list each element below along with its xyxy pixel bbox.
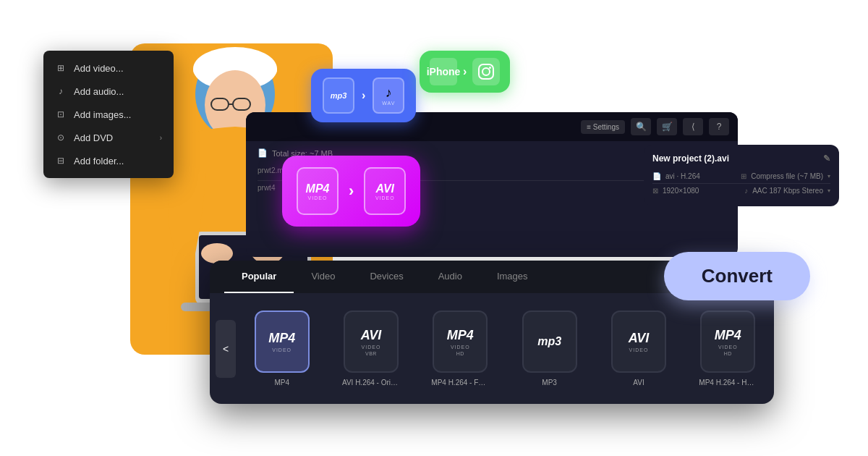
tab-video-label: Video: [311, 271, 335, 282]
mp4-hd-sub2: HD: [456, 351, 464, 356]
svg-point-14: [489, 67, 491, 69]
mp3-format-icon: mp3: [323, 77, 354, 114]
cart-button[interactable]: 🛒: [657, 118, 677, 135]
avi-target-label: AVI: [376, 182, 394, 195]
tab-images-label: Images: [497, 271, 528, 282]
mp4-hd-sub: VIDEO: [451, 345, 470, 350]
video-icon: ⊞: [55, 62, 67, 74]
avi-vbr-card-icon: AVI VIDEO VBR: [344, 311, 399, 373]
avi-target-box: AVI VIDEO: [364, 167, 406, 215]
dvd-icon: ⊙: [55, 132, 67, 143]
tab-audio-label: Audio: [438, 271, 462, 282]
edit-icon[interactable]: ✎: [823, 153, 830, 164]
mp4-hd7-label: MP4: [715, 328, 741, 343]
mp4-card-sub: VIDEO: [272, 347, 292, 352]
submenu-arrow-icon: ›: [160, 134, 162, 142]
to-arrow-icon: ›: [463, 65, 467, 78]
mp4-to-avi-badge: MP4 VIDEO › AVI VIDEO: [282, 156, 420, 227]
format-card-mp4-hd[interactable]: MP4 VIDEO HD MP4 H.264 - Full ...: [420, 305, 501, 392]
resolution-icon: ⊠: [652, 187, 658, 195]
audio-dropdown-icon[interactable]: ▾: [827, 187, 830, 194]
format-grid-container: < MP4 VIDEO MP4 AVI VIDEO VBR AVI H.264 …: [210, 293, 774, 404]
dropdown-item-add-dvd[interactable]: ⊙ Add DVD ›: [43, 126, 174, 149]
output-filename-row: New project (2).avi ✎: [652, 153, 830, 164]
mp3-card-name: MP3: [542, 379, 557, 387]
mp4-hd-card-icon: MP4 VIDEO HD: [433, 311, 488, 373]
wav-label: WAV: [382, 101, 395, 106]
format-card-mp4[interactable]: MP4 VIDEO MP4: [242, 305, 322, 392]
dropdown-item-add-images[interactable]: ⊡ Add images...: [43, 103, 174, 126]
convert-arrow-big-icon: ›: [349, 182, 354, 200]
search-button[interactable]: 🔍: [631, 118, 651, 135]
mp4-card-name: MP4: [274, 379, 289, 387]
mp4-source-box: MP4 VIDEO: [297, 167, 339, 215]
convert-button[interactable]: Convert: [664, 252, 810, 300]
add-audio-label: Add audio...: [74, 86, 124, 97]
mp4-hd7-sub2: HD: [724, 351, 732, 356]
mp4-hd-name: MP4 H.264 - Full ...: [431, 379, 489, 387]
mp4-card-icon: MP4 VIDEO: [255, 311, 310, 373]
svg-rect-12: [479, 64, 493, 79]
output-settings-panel: New project (2).avi ✎ 📄 avi · H.264 ⊞ Co…: [644, 145, 839, 206]
iphone-text: iPhone: [427, 66, 461, 77]
add-images-label: Add images...: [74, 109, 132, 120]
help-button[interactable]: ?: [709, 118, 729, 135]
format-card-mp3[interactable]: mp3 MP3: [509, 305, 590, 392]
format-card-avi-vbr[interactable]: AVI VIDEO VBR AVI H.264 - Origi...: [331, 305, 411, 392]
add-dvd-label: Add DVD: [74, 132, 113, 143]
tab-audio[interactable]: Audio: [421, 261, 480, 293]
audio-icon-small: ♪: [744, 187, 748, 195]
add-media-dropdown: ⊞ Add video... ♪ Add audio... ⊡ Add imag…: [43, 51, 174, 178]
avi-card-name: AVI: [633, 379, 644, 387]
avi-vbr-label: AVI: [361, 328, 382, 343]
mp4-card-label: MP4: [268, 331, 295, 346]
convert-button-label: Convert: [702, 265, 773, 287]
format-card-mp4-hd7[interactable]: MP4 VIDEO HD MP4 H.264 - HD 7...: [688, 305, 768, 392]
file-icon-small: 📄: [652, 172, 661, 180]
mp3-to-wav-badge: mp3 › ♪ WAV: [311, 69, 416, 122]
file-icon: 📄: [258, 148, 268, 158]
wav-format-icon: ♪ WAV: [373, 77, 404, 114]
codec-dropdown-icon[interactable]: ▾: [827, 173, 830, 180]
mp3-card-icon: mp3: [522, 311, 577, 373]
iphone-icon: iPhone: [430, 58, 457, 85]
codec-row: 📄 avi · H.264 ⊞ Compress file (~7 MB) ▾: [652, 169, 830, 184]
tab-devices-label: Devices: [370, 271, 403, 282]
tab-devices[interactable]: Devices: [352, 261, 420, 293]
compress-icon: ⊞: [741, 172, 746, 180]
format-nav-prev-button[interactable]: <: [216, 320, 236, 378]
avi-card-sub: VIDEO: [629, 347, 649, 352]
avi-card-label: AVI: [629, 331, 650, 346]
convert-arrow-icon: ›: [362, 89, 365, 102]
format-grid: MP4 VIDEO MP4 AVI VIDEO VBR AVI H.264 - …: [242, 305, 768, 392]
avi-vbr-sub2: VBR: [365, 351, 377, 356]
mp3-label: mp3: [331, 91, 347, 100]
svg-point-13: [482, 68, 490, 75]
mp3-card-label: mp3: [537, 335, 561, 348]
mp4-hd7-name: MP4 H.264 - HD 7...: [699, 379, 757, 387]
tab-popular[interactable]: Popular: [224, 261, 294, 293]
audio-value: AAC 187 Kbps Stereo: [752, 187, 823, 195]
tab-video[interactable]: Video: [294, 261, 352, 293]
output-filename: New project (2).avi: [652, 153, 729, 164]
dropdown-item-add-video[interactable]: ⊞ Add video...: [43, 56, 174, 80]
dropdown-item-add-audio[interactable]: ♪ Add audio...: [43, 80, 174, 103]
format-card-avi[interactable]: AVI VIDEO AVI: [598, 305, 678, 392]
images-icon: ⊡: [55, 109, 67, 120]
instagram-icon: [472, 58, 500, 85]
avi-vbr-sub: VIDEO: [362, 345, 381, 350]
add-video-label: Add video...: [74, 63, 124, 74]
settings-button[interactable]: ≡ Settings: [581, 120, 625, 134]
mp4-hd7-card-icon: MP4 VIDEO HD: [700, 311, 755, 373]
filename-2: prwt4: [258, 184, 275, 192]
dropdown-item-add-folder[interactable]: ⊟ Add folder...: [43, 149, 174, 172]
audio-right: ♪ AAC 187 Kbps Stereo ▾: [744, 187, 830, 195]
tab-images[interactable]: Images: [480, 261, 545, 293]
audio-icon: ♪: [55, 85, 67, 97]
avi-target-sub: VIDEO: [375, 195, 395, 200]
mp4-hd-label: MP4: [447, 328, 474, 343]
resolution-left: ⊠ 1920×1080: [652, 187, 699, 195]
resolution-value: 1920×1080: [663, 187, 699, 195]
mp4-hd7-sub: VIDEO: [718, 345, 738, 350]
share-button[interactable]: ⟨: [683, 118, 703, 135]
